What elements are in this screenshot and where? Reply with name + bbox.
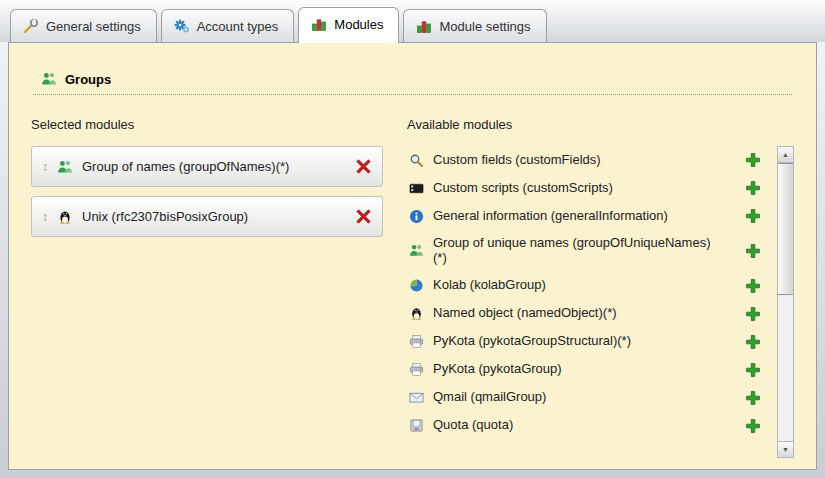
remove-module-button[interactable] <box>355 158 372 175</box>
selected-modules-column: Selected modules ↕ Group of names (group… <box>31 111 383 458</box>
printer-icon <box>409 334 424 349</box>
selected-modules-heading: Selected modules <box>31 117 383 132</box>
tab-module-settings[interactable]: Module settings <box>403 9 546 43</box>
disk-icon <box>409 418 424 433</box>
tab-bar: General settings Account types Modules M… <box>0 0 825 42</box>
script-icon <box>409 181 424 196</box>
tab-account-types[interactable]: Account types <box>161 9 295 43</box>
mail-icon <box>409 390 424 405</box>
arrow-down-icon: ▼ <box>782 446 789 453</box>
scroll-down-button[interactable]: ▼ <box>778 441 793 457</box>
selected-module-label: Unix (rfc2307bisPosixGroup) <box>82 209 346 224</box>
tab-modules[interactable]: Modules <box>298 7 399 43</box>
tab-label: General settings <box>46 19 141 34</box>
add-module-button[interactable] <box>745 390 761 406</box>
add-module-button[interactable] <box>745 180 761 196</box>
available-module-row: Quota (quota) <box>407 412 777 440</box>
available-module-label: General information (generalInformation) <box>433 209 715 224</box>
available-module-row: Group of unique names (groupOfUniqueName… <box>407 230 777 272</box>
add-module-button[interactable] <box>745 418 761 434</box>
scrollbar-track[interactable] <box>778 295 793 441</box>
available-modules-heading: Available modules <box>407 117 794 132</box>
available-modules-scrollbar[interactable]: ▲ ▼ <box>777 146 794 458</box>
add-module-button[interactable] <box>745 362 761 378</box>
scrollbar-thumb[interactable] <box>778 163 793 295</box>
available-module-row: General information (generalInformation) <box>407 202 777 230</box>
gears-icon <box>174 18 190 34</box>
add-module-button[interactable] <box>745 334 761 350</box>
selected-module-row: ↕ Unix (rfc2307bisPosixGroup) <box>31 196 383 237</box>
available-module-label: PyKota (pykotaGroupStructural)(*) <box>433 334 715 349</box>
arrow-up-icon: ▲ <box>782 151 789 158</box>
magnifier-icon <box>409 153 424 168</box>
content-panel: Groups Selected modules ↕ Group of names… <box>8 42 817 470</box>
selected-module-row: ↕ Group of names (groupOfNames)(*) <box>31 146 383 187</box>
section-heading: Groups <box>33 57 792 95</box>
tab-label: Module settings <box>439 19 530 34</box>
tux-icon <box>57 209 73 225</box>
group-icon <box>41 71 57 87</box>
tab-label: Modules <box>334 17 383 32</box>
available-module-row: Named object (namedObject)(*) <box>407 300 777 328</box>
available-module-label: Quota (quota) <box>433 418 715 433</box>
add-module-button[interactable] <box>745 152 761 168</box>
available-module-label: Custom fields (customFields) <box>433 153 715 168</box>
available-module-label: Named object (namedObject)(*) <box>433 306 715 321</box>
selected-module-label: Group of names (groupOfNames)(*) <box>82 159 346 174</box>
info-icon <box>409 209 424 224</box>
group-icon <box>409 243 424 258</box>
add-module-button[interactable] <box>745 306 761 322</box>
tools-icon <box>23 18 39 34</box>
tab-general-settings[interactable]: General settings <box>10 9 157 43</box>
tab-label: Account types <box>197 19 279 34</box>
available-module-label: Group of unique names (groupOfUniqueName… <box>433 236 715 266</box>
available-module-row: Qmail (qmailGroup) <box>407 384 777 412</box>
modules-columns: Selected modules ↕ Group of names (group… <box>31 111 794 458</box>
available-module-row: PyKota (pykotaGroup) <box>407 356 777 384</box>
section-title: Groups <box>65 72 111 87</box>
available-modules-column: Available modules Custom fields (customF… <box>407 111 794 458</box>
modules-icon <box>311 16 327 32</box>
drag-handle-icon[interactable]: ↕ <box>42 211 48 223</box>
remove-module-button[interactable] <box>355 208 372 225</box>
drag-handle-icon[interactable]: ↕ <box>42 161 48 173</box>
available-module-row: Custom fields (customFields) <box>407 146 777 174</box>
add-module-button[interactable] <box>745 208 761 224</box>
scroll-up-button[interactable]: ▲ <box>778 147 793 163</box>
available-module-label: Qmail (qmailGroup) <box>433 390 715 405</box>
available-module-row: PyKota (pykotaGroupStructural)(*) <box>407 328 777 356</box>
available-module-label: Custom scripts (customScripts) <box>433 181 715 196</box>
group-icon <box>57 159 73 175</box>
available-module-label: PyKota (pykotaGroup) <box>433 362 715 377</box>
available-module-label: Kolab (kolabGroup) <box>433 278 715 293</box>
kolab-icon <box>409 278 424 293</box>
available-module-row: Custom scripts (customScripts) <box>407 174 777 202</box>
tux-icon <box>409 306 424 321</box>
available-module-row: Kolab (kolabGroup) <box>407 272 777 300</box>
add-module-button[interactable] <box>745 243 761 259</box>
printer-icon <box>409 362 424 377</box>
add-module-button[interactable] <box>745 278 761 294</box>
modules-icon <box>416 18 432 34</box>
available-modules-list: Custom fields (customFields) Custom scri… <box>407 146 794 458</box>
